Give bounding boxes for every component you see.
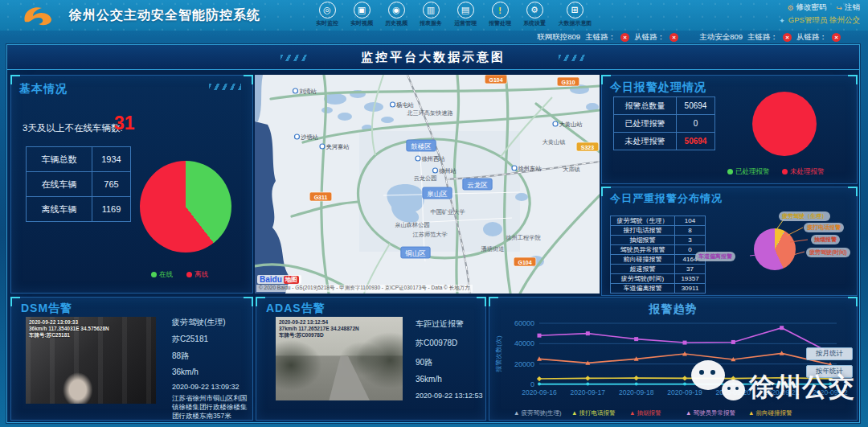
nav-item-history-video[interactable]: ◉ 历史视频 bbox=[381, 2, 411, 27]
gear-icon: ⚙ bbox=[526, 2, 543, 18]
adas-camera-image[interactable]: 2020-09-22 13:12:5437km/h 117.265217E 34… bbox=[276, 317, 403, 400]
svg-text:60000: 60000 bbox=[514, 319, 534, 327]
alarm-icon: ! bbox=[492, 2, 509, 18]
adas-plate: 苏C00978D bbox=[416, 338, 457, 349]
trend-legend-item[interactable]: ▲前向碰撞报警 bbox=[748, 409, 792, 417]
offline-3days-label: 3天及以上不在线车辆数: bbox=[23, 122, 123, 134]
table-row: 前向碰撞报警4164 bbox=[611, 255, 706, 265]
adas-time: 2020-09-22 13:12:53 bbox=[416, 392, 483, 400]
legend-unprocessed: 未处理报警 bbox=[782, 167, 825, 177]
map-attribution: © 2020 Baidu - GS(2019)5218号 - 甲测资字11009… bbox=[256, 285, 473, 292]
dsm-time: 2020-09-22 13:09:32 bbox=[172, 383, 240, 391]
svg-text:云龙区: 云龙区 bbox=[467, 181, 488, 189]
trend-legend-item[interactable]: ▲疲劳驾驶(生理) bbox=[514, 409, 561, 417]
panel-title: DSM告警 bbox=[21, 302, 72, 316]
svg-text:2020-09-19: 2020-09-19 bbox=[667, 388, 702, 396]
table-row: 车辆总数1934 bbox=[27, 147, 131, 172]
trend-legend-item[interactable]: ▲接打电话报警 bbox=[571, 409, 615, 417]
baidu-map[interactable]: G104G310G311G104S323鼓楼区云龙区泉山区铜山区刘湾站杨屯站沙塘… bbox=[255, 75, 600, 294]
account-area: ⚙ 修改密码 ↪ 注销 ✦ GPS管理员 徐州公交 bbox=[779, 2, 860, 26]
panel-title: 基本情况 bbox=[19, 82, 68, 96]
svg-text:G104: G104 bbox=[518, 260, 531, 265]
yearly-stats-button[interactable]: 按年统计 bbox=[806, 365, 853, 378]
svg-text:徐州站: 徐州站 bbox=[439, 167, 457, 174]
callout-smoking: 抽烟报警 bbox=[811, 235, 840, 244]
main-nav: ◎ 实时监控 ▣ 实时视频 ◉ 历史视频 ▥ 报表服务 ▤ 运营管理 ! 报警处… bbox=[312, 2, 596, 27]
panel-dsm-alarm: DSM告警 2020-09-22 13:09:3336km/h 117.3540… bbox=[10, 297, 253, 421]
adas-speed: 36km/h bbox=[416, 375, 442, 384]
table-row: 在线车辆765 bbox=[27, 172, 131, 197]
trend-legend-item[interactable]: ▲驾驶员异常报警 bbox=[686, 409, 735, 417]
svg-text:刘湾站: 刘湾站 bbox=[299, 88, 317, 95]
panel-adas-alarm: ADAS告警 2020-09-22 13:12:5437km/h 117.265… bbox=[256, 297, 486, 421]
monthly-stats-button[interactable]: 按月统计 bbox=[806, 347, 853, 360]
page-title: 监控平台大数据示意图 bbox=[361, 50, 506, 65]
svg-text:大庙镇: 大庙镇 bbox=[563, 166, 580, 173]
table-row: 超速报警37 bbox=[611, 265, 706, 274]
map-panel[interactable]: G104G310G311G104S323鼓楼区云龙区泉山区铜山区刘湾站杨屯站沙塘… bbox=[255, 75, 600, 294]
panel-title: ADAS告警 bbox=[266, 302, 326, 316]
svg-text:沙塘站: 沙塘站 bbox=[301, 133, 318, 141]
nav-item-bigdata-diagram[interactable]: ⊞ 大数据示意图 bbox=[554, 2, 596, 27]
app-header: 徐州公交主动安全智能防控系统 ◎ 实时监控 ▣ 实时视频 ◉ 历史视频 ▥ 报表… bbox=[0, 0, 868, 31]
dsm-address: 江苏省徐州市铜山区利国镇徐楼集团行政楼徐楼集团行政楼东南357米 bbox=[172, 394, 249, 421]
svg-text:江苏师范大学: 江苏师范大学 bbox=[412, 231, 447, 238]
svg-text:20000: 20000 bbox=[514, 360, 534, 368]
panel-title: 报警趋势 bbox=[489, 302, 857, 317]
svg-text:徐州工程学院: 徐州工程学院 bbox=[506, 234, 540, 241]
table-row: 离线车辆1169 bbox=[27, 197, 131, 222]
dsm-route: 88路 bbox=[172, 351, 189, 362]
trend-legend-item[interactable]: ▲抽烟报警 bbox=[629, 409, 661, 417]
table-row: 抽烟报警3 bbox=[611, 236, 706, 245]
severe-alarm-table: 疲劳驾驶（生理）104 接打电话报警8 抽烟报警3 驾驶员异常报警0 前向碰撞报… bbox=[610, 216, 706, 294]
svg-text:2020-09-22: 2020-09-22 bbox=[813, 388, 848, 396]
adas-alarm-type: 车距过近报警 bbox=[416, 318, 464, 330]
svg-text:杨屯站: 杨屯站 bbox=[395, 101, 414, 109]
app-title: 徐州公交主动安全智能防控系统 bbox=[69, 7, 260, 24]
svg-text:2020-09-17: 2020-09-17 bbox=[571, 388, 606, 396]
svg-text:泉山森林公园: 泉山森林公园 bbox=[395, 221, 429, 228]
svg-text:2020-09-18: 2020-09-18 bbox=[619, 388, 654, 396]
svg-text:报警次数(次): 报警次数(次) bbox=[495, 335, 502, 373]
change-password-link[interactable]: ⚙ 修改密码 bbox=[787, 2, 826, 13]
nav-item-realtime-video[interactable]: ▣ 实时视频 bbox=[346, 2, 377, 27]
legend-online: 在线 bbox=[151, 270, 173, 280]
panel-today-alarms: 今日报警处理情况 报警总数量50694 已处理报警0 未处理报警50694 已处… bbox=[601, 75, 858, 184]
dashboard: 监控平台大数据示意图 基本情况 3天及以上不在线车辆数: 31 车辆总数1934… bbox=[6, 44, 860, 423]
link-error-icon: × bbox=[669, 33, 678, 42]
nav-item-operation-mgmt[interactable]: ▤ 运营管理 bbox=[450, 2, 481, 27]
svg-text:夹河寨站: 夹河寨站 bbox=[326, 143, 350, 150]
link-error-icon: × bbox=[832, 33, 841, 42]
severe-distribution-pie-chart bbox=[754, 228, 796, 270]
alarm-trend-line-chart: 02000040000600002020-09-162020-09-172020… bbox=[493, 317, 854, 405]
callout-lane-departure: 车道偏离报警 bbox=[695, 252, 735, 261]
video-icon: ▣ bbox=[354, 2, 371, 18]
vehicle-stats-table: 车辆总数1934 在线车辆765 离线车辆1169 bbox=[26, 146, 131, 222]
svg-text:泉山区: 泉山区 bbox=[427, 190, 448, 198]
nav-item-system-settings[interactable]: ⚙ 系统设置 bbox=[519, 2, 550, 27]
current-user: ✦ GPS管理员 徐州公交 bbox=[779, 15, 860, 26]
logout-icon: ↪ bbox=[836, 4, 842, 12]
svg-text:2020-09-16: 2020-09-16 bbox=[522, 388, 557, 396]
svg-text:徐州东站: 徐州东站 bbox=[518, 165, 542, 172]
nav-item-report-service[interactable]: ▥ 报表服务 bbox=[416, 2, 446, 27]
dsm-camera-image[interactable]: 2020-09-22 13:09:3336km/h 117.354031E 34… bbox=[26, 317, 156, 404]
grid-icon: ⊞ bbox=[567, 2, 583, 18]
svg-text:徐州西站: 徐州西站 bbox=[422, 155, 446, 162]
link-error-icon: × bbox=[783, 33, 792, 42]
legend-offline: 离线 bbox=[186, 270, 208, 280]
user-icon: ✦ bbox=[779, 17, 785, 25]
svg-text:中国矿业大学: 中国矿业大学 bbox=[430, 208, 465, 216]
nav-item-realtime-monitor[interactable]: ◎ 实时监控 bbox=[312, 2, 342, 27]
table-row: 驾驶员异常报警0 bbox=[611, 245, 706, 255]
svg-text:2020-09-20: 2020-09-20 bbox=[716, 388, 751, 396]
nav-item-alarm-handling[interactable]: ! 报警处理 bbox=[485, 2, 515, 27]
svg-text:0: 0 bbox=[530, 380, 534, 388]
svg-text:G104: G104 bbox=[489, 77, 502, 83]
logout-link[interactable]: ↪ 注销 bbox=[836, 2, 860, 13]
panel-alarm-trend: 报警趋势 02000040000600002020-09-162020-09-1… bbox=[489, 297, 858, 421]
svg-text:云龙公园: 云龙公园 bbox=[414, 174, 437, 182]
svg-text:北三环高架快速路: 北三环高架快速路 bbox=[407, 109, 453, 117]
alarm-stats-table: 报警总数量50694 已处理报警0 未处理报警50694 bbox=[613, 96, 715, 150]
legend-processed: 已处理报警 bbox=[727, 167, 770, 177]
